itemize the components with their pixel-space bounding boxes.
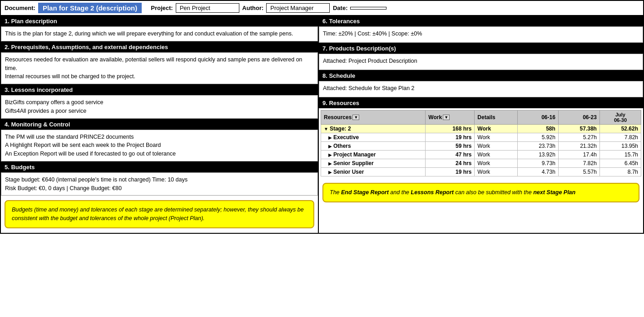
left-column: 1. Plan description This is the plan for… (1, 16, 319, 233)
right-callout-bold-2: Lessons Report (411, 189, 454, 196)
resource-0616: 58h (517, 125, 558, 133)
section-5-content: Stage budget: €640 (internal people's ti… (1, 172, 318, 196)
section-8-content: Attached: Schedule for Stage Plan 2 (319, 81, 643, 97)
resource-details: Work (475, 151, 518, 159)
work-dropdown-icon[interactable]: ▼ (443, 115, 450, 120)
stage-row: ▼Stage: 2168 hrsWork58h57.38h52.62h (321, 125, 641, 133)
resource-work: 59 hrs (426, 142, 475, 151)
section-4-line-1: The PM will use the standard PRINCE2 doc… (5, 133, 314, 141)
resource-0630: 13.95h (599, 142, 641, 151)
col-header-details: Details (475, 111, 518, 125)
section-2-line-1: Resources needed for evaluation are avai… (5, 55, 314, 73)
right-callout: The End Stage Report and the Lessons Rep… (322, 183, 639, 202)
resource-work: 19 hrs (426, 168, 475, 176)
document-header: Document: Plan for Stage 2 (description)… (0, 0, 644, 16)
resource-0616: 4.73h (517, 168, 558, 176)
table-row: ▶Senior Supplier24 hrsWork9.73h7.82h6.45… (321, 159, 641, 168)
resource-0623: 57.38h (558, 125, 599, 133)
date-label: Date: (333, 5, 348, 11)
col-header-0623: 06-23 (558, 111, 599, 125)
main-content: 1. Plan description This is the plan for… (0, 16, 644, 234)
resource-0616: 9.73h (517, 159, 558, 168)
resource-0623: 5.27h (558, 133, 599, 142)
section-2-content: Resources needed for evaluation are avai… (1, 52, 318, 84)
left-callout-text: Budgets (time and money) and tolerances … (12, 206, 304, 221)
author-value: Project Manager (266, 3, 330, 13)
resource-details: Work (475, 159, 518, 168)
author-label: Author: (242, 5, 263, 11)
section-3-content: BizGifts company offers a good service G… (1, 95, 318, 119)
resource-0623: 17.4h (558, 151, 599, 159)
right-callout-bold-3: next Stage Plan (533, 189, 575, 196)
resource-0630: 7.82h (599, 133, 641, 142)
resource-0623: 21.32h (558, 142, 599, 151)
section-6: 6. Tolerances Time: ±20% | Cost: ±40% | … (319, 16, 643, 43)
section-2: 2. Prerequisites, Assumptions, and exter… (1, 42, 318, 85)
resource-0616: 23.73h (517, 142, 558, 151)
right-column: 6. Tolerances Time: ±20% | Cost: ±40% | … (319, 16, 643, 233)
section-1-content: This is the plan for stage 2, during whi… (1, 26, 318, 41)
section-7: 7. Products Description(s) Attached: Pro… (319, 43, 643, 70)
resources-dropdown-icon[interactable]: ▼ (352, 115, 359, 120)
expand-icon[interactable]: ▶ (328, 144, 332, 149)
resource-0630: 52.62h (599, 125, 641, 133)
right-callout-text-3: can also be submitted with the (454, 189, 533, 196)
section-9: 9. Resources Resources ▼ (319, 98, 643, 178)
resource-work: 19 hrs (426, 133, 475, 142)
resource-0616: 5.92h (517, 133, 558, 142)
section-4-line-2: A Highlight Report will be sent each wee… (5, 141, 314, 150)
col-header-0616: 06-16 (517, 111, 558, 125)
section-3-line-2: Gifts4All provides a poor service (5, 107, 314, 116)
resource-details: Work (475, 125, 518, 133)
resource-name: ▶Others (321, 142, 426, 151)
resource-name: ▶Executive (321, 133, 426, 142)
section-3-line-1: BizGifts company offers a good service (5, 98, 314, 107)
table-row: ▶Others59 hrsWork23.73h21.32h13.95h (321, 142, 641, 151)
right-callout-area: The End Stage Report and the Lessons Rep… (319, 178, 643, 207)
resource-name: ▼Stage: 2 (321, 125, 426, 133)
resource-0623: 7.82h (558, 159, 599, 168)
resource-name: ▶Senior Supplier (321, 159, 426, 168)
expand-icon[interactable]: ▶ (328, 161, 332, 166)
section-2-header: 2. Prerequisites, Assumptions, and exter… (1, 42, 318, 52)
left-callout-area: Budgets (time and money) and tolerances … (1, 196, 318, 233)
section-7-content: Attached: Project Product Description (319, 54, 643, 70)
resource-work: 47 hrs (426, 151, 475, 159)
section-7-header: 7. Products Description(s) (319, 43, 643, 54)
expand-icon[interactable]: ▶ (328, 170, 332, 175)
project-value: Pen Project (176, 3, 239, 13)
section-3-header: 3. Lessons incorporated (1, 85, 318, 95)
table-row: ▶Senior User19 hrsWork4.73h5.57h8.7h (321, 168, 641, 176)
resource-work: 168 hrs (426, 125, 475, 133)
section-1: 1. Plan description This is the plan for… (1, 16, 318, 42)
expand-icon[interactable]: ▶ (328, 152, 332, 157)
section-5: 5. Budgets Stage budget: €640 (internal … (1, 162, 318, 196)
section-5-header: 5. Budgets (1, 162, 318, 172)
resource-details: Work (475, 168, 518, 176)
doc-label: Document: (5, 5, 35, 11)
resource-0630: 6.45h (599, 159, 641, 168)
section-6-header: 6. Tolerances (319, 16, 643, 26)
resource-name: ▶Project Manager (321, 151, 426, 159)
section-6-content: Time: ±20% | Cost: ±40% | Scope: ±0% (319, 26, 643, 43)
document-title: Plan for Stage 2 (description) (38, 3, 142, 13)
expand-icon[interactable]: ▼ (324, 126, 328, 131)
right-callout-text-1: The (330, 189, 341, 196)
section-5-line-1: Stage budget: €640 (internal people's ti… (5, 176, 314, 184)
resource-0630: 15.7h (599, 151, 641, 159)
col-header-work: Work ▼ (426, 111, 475, 125)
table-row: ▶Executive19 hrsWork5.92h5.27h7.82h (321, 133, 641, 142)
project-label: Project: (151, 5, 173, 11)
resource-details: Work (475, 133, 518, 142)
table-row: ▶Project Manager47 hrsWork13.92h17.4h15.… (321, 151, 641, 159)
section-1-header: 1. Plan description (1, 16, 318, 26)
section-8: 8. Schedule Attached: Schedule for Stage… (319, 70, 643, 98)
resources-table: Resources ▼ Work ▼ (321, 110, 641, 176)
section-4-header: 4. Monitoring & Control (1, 119, 318, 130)
section-4-line-3: An Exception Report will be used if fore… (5, 150, 314, 158)
right-callout-text-2: and the (389, 189, 411, 196)
section-4: 4. Monitoring & Control The PM will use … (1, 119, 318, 162)
expand-icon[interactable]: ▶ (328, 135, 332, 140)
section-9-header: 9. Resources (319, 98, 643, 108)
left-callout: Budgets (time and money) and tolerances … (5, 200, 314, 228)
